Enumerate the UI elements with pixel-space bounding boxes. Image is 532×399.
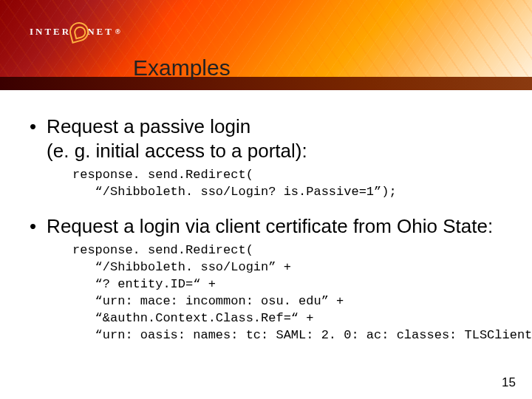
bullet-item: • Request a login via client certificate…: [28, 214, 504, 239]
code-block: response. send.Redirect( “/Shibboleth. s…: [72, 167, 504, 201]
bullet-item: • Request a passive login (e. g. initial…: [28, 115, 504, 163]
code-block: response. send.Redirect( “/Shibboleth. s…: [72, 242, 504, 344]
header-strip: [0, 77, 532, 90]
bullet-dot-icon: •: [30, 115, 36, 163]
bullet-dot-icon: •: [30, 214, 36, 239]
internet2-logo: INTER NET ®: [30, 22, 120, 41]
slide-title: Examples: [133, 55, 231, 81]
page-number: 15: [502, 375, 516, 390]
slide-content: • Request a passive login (e. g. initial…: [0, 89, 532, 344]
slide-header: INTER NET ® Examples: [0, 0, 532, 89]
logo-text-net: NET: [87, 26, 114, 38]
bullet-text: Request a login via client certificate f…: [47, 214, 504, 239]
logo-swirl-icon: [67, 20, 91, 44]
bullet-text: Request a passive login (e. g. initial a…: [47, 115, 504, 163]
registered-mark: ®: [115, 28, 120, 35]
logo-text-inter: INTER: [30, 26, 71, 38]
